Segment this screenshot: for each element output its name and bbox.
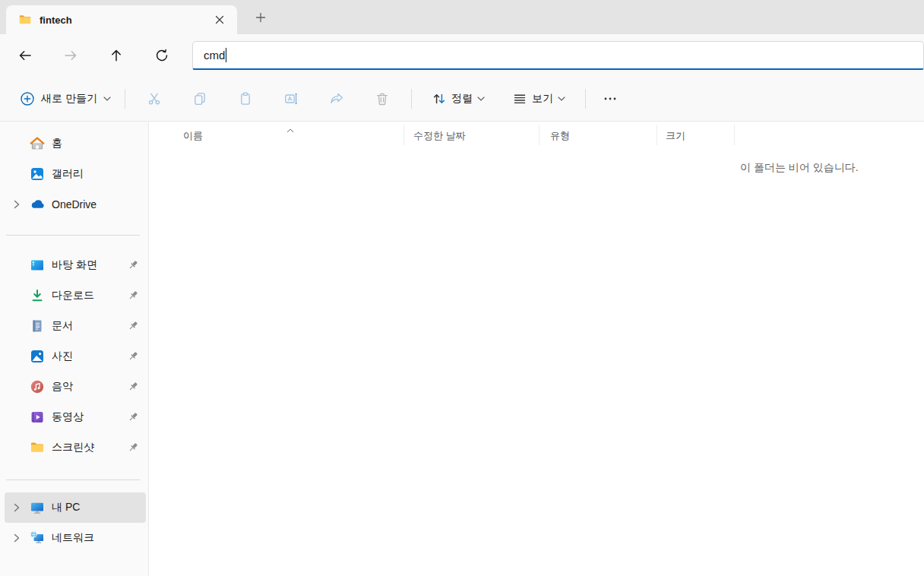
- copy-icon: [192, 91, 207, 106]
- tab-fintech[interactable]: fintech: [6, 5, 237, 34]
- sidebar-item-network[interactable]: 네트워크: [5, 523, 146, 553]
- view-button[interactable]: 보기: [505, 85, 573, 112]
- sidebar-item-label: 문서: [52, 319, 128, 333]
- downloads-icon: [29, 288, 46, 303]
- sidebar-item-videos[interactable]: 동영상: [5, 402, 146, 432]
- close-icon: [214, 14, 225, 25]
- sidebar-item-gallery[interactable]: 갤러리: [5, 159, 146, 189]
- new-button[interactable]: 새로 만들기: [12, 85, 119, 112]
- copy-button[interactable]: [185, 85, 215, 112]
- rename-button[interactable]: [276, 85, 306, 112]
- sidebar-divider: [6, 235, 140, 236]
- plus-circle-icon: [20, 91, 35, 106]
- toolbar-divider: [585, 89, 586, 109]
- tab-title: fintech: [40, 14, 210, 26]
- column-header-name[interactable]: 이름: [183, 129, 203, 143]
- empty-folder-message: 이 폴더는 비어 있습니다.: [740, 161, 859, 175]
- pin-icon: [128, 442, 138, 453]
- sort-icon: [432, 91, 447, 106]
- home-icon: [29, 136, 46, 151]
- column-header-size[interactable]: 크기: [666, 129, 685, 143]
- toolbar-divider: [411, 89, 412, 109]
- arrow-left-icon: [17, 48, 33, 63]
- sort-ascending-caret-icon: [286, 122, 294, 136]
- music-icon: [29, 379, 46, 394]
- sidebar-item-music[interactable]: 음악: [5, 372, 146, 402]
- back-button[interactable]: [10, 40, 40, 71]
- chevron-down-icon: [477, 97, 485, 101]
- toolbar-divider: [125, 89, 125, 109]
- sidebar-item-label: 바탕 화면: [52, 258, 128, 272]
- plus-icon: [255, 11, 267, 24]
- sidebar-item-label: 음악: [52, 380, 128, 394]
- share-button[interactable]: [321, 85, 352, 112]
- view-button-label: 보기: [532, 92, 553, 106]
- column-divider[interactable]: [657, 125, 657, 145]
- cut-icon: [147, 91, 162, 106]
- address-text: cmd: [204, 49, 225, 62]
- sidebar-item-onedrive[interactable]: OneDrive: [5, 189, 146, 220]
- folder-icon: [18, 13, 32, 27]
- address-bar-input[interactable]: cmd: [192, 41, 924, 70]
- view-icon: [512, 91, 527, 106]
- sidebar-item-screenshots[interactable]: 스크린샷: [5, 432, 146, 463]
- arrow-up-icon: [109, 48, 124, 63]
- tab-bar: fintech: [0, 0, 924, 34]
- pictures-icon: [29, 349, 46, 364]
- navigation-bar: cmd: [0, 34, 924, 76]
- up-button[interactable]: [101, 40, 131, 71]
- sidebar-item-downloads[interactable]: 다운로드: [5, 280, 146, 311]
- paste-button[interactable]: [230, 85, 261, 112]
- chevron-right-icon: [14, 200, 20, 209]
- chevron-right-icon: [14, 533, 20, 543]
- sidebar-item-label: 내 PC: [52, 501, 128, 514]
- sidebar-item-this-pc[interactable]: 내 PC: [5, 492, 146, 523]
- onedrive-cloud-icon: [29, 197, 46, 212]
- sort-button[interactable]: 정렬: [424, 85, 492, 112]
- column-divider[interactable]: [539, 125, 540, 145]
- pin-icon: [128, 321, 138, 331]
- refresh-icon: [154, 48, 169, 63]
- delete-button[interactable]: [367, 85, 397, 112]
- cut-button[interactable]: [139, 85, 169, 112]
- sidebar-item-label: OneDrive: [52, 198, 128, 210]
- sidebar-item-documents[interactable]: 문서: [5, 311, 146, 341]
- column-divider[interactable]: [403, 125, 404, 145]
- new-button-label: 새로 만들기: [41, 92, 97, 106]
- sidebar-item-label: 다운로드: [52, 289, 128, 302]
- sidebar-item-label: 사진: [52, 350, 128, 363]
- sort-button-label: 정렬: [451, 92, 473, 106]
- chevron-right-icon: [14, 503, 20, 512]
- sidebar-item-label: 동영상: [52, 410, 128, 424]
- pin-icon: [128, 412, 138, 423]
- sidebar-item-desktop[interactable]: 바탕 화면: [5, 250, 146, 280]
- column-divider[interactable]: [734, 125, 735, 145]
- tab-close-button[interactable]: [210, 10, 229, 30]
- more-options-button[interactable]: [595, 85, 625, 112]
- pin-icon: [128, 381, 138, 392]
- column-header-date-modified[interactable]: 수정한 날짜: [413, 129, 466, 143]
- file-list-area[interactable]: 이름 수정한 날짜 유형 크기 이 폴더는 비어 있습니다.: [149, 122, 924, 576]
- content-area: 홈 갤러리: [0, 122, 924, 576]
- sidebar-item-pictures[interactable]: 사진: [5, 341, 146, 372]
- documents-icon: [29, 318, 46, 334]
- new-tab-button[interactable]: [249, 6, 272, 29]
- sidebar-item-home[interactable]: 홈: [5, 128, 146, 159]
- gallery-icon: [29, 166, 46, 182]
- arrow-right-icon: [63, 48, 78, 63]
- refresh-button[interactable]: [147, 40, 177, 71]
- trash-icon: [375, 91, 390, 106]
- sidebar-divider: [6, 479, 140, 480]
- sidebar-item-label: 네트워크: [52, 531, 128, 545]
- computer-icon: [29, 500, 46, 515]
- desktop-icon: [29, 258, 46, 273]
- forward-button[interactable]: [55, 40, 86, 71]
- sidebar-item-label: 갤러리: [52, 167, 128, 181]
- more-dots-icon: [603, 91, 618, 106]
- column-header-type[interactable]: 유형: [550, 129, 570, 143]
- rename-icon: [283, 91, 299, 106]
- chevron-down-icon: [103, 97, 111, 101]
- network-icon: [29, 530, 46, 546]
- pin-icon: [128, 351, 138, 362]
- chevron-down-icon: [558, 97, 565, 101]
